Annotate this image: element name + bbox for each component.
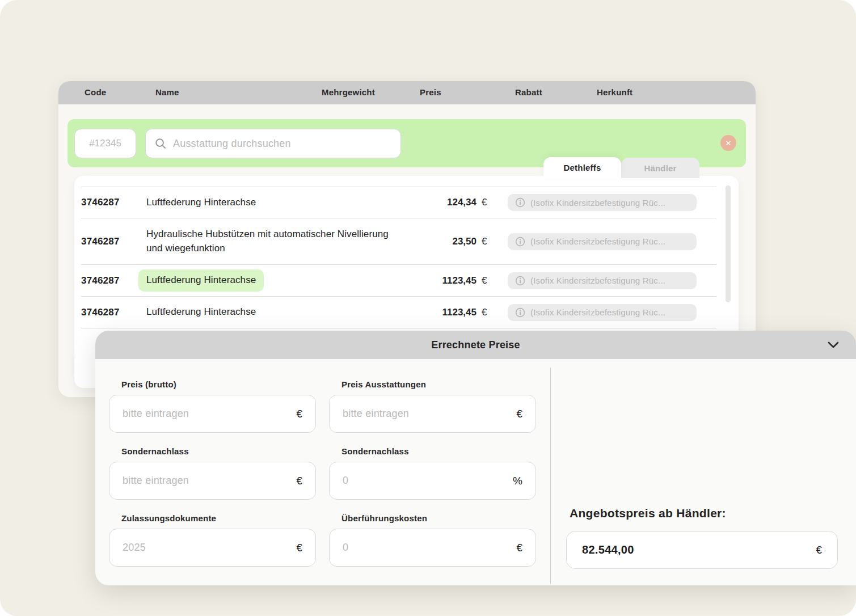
search-icon — [155, 138, 166, 149]
row-name: Luftfederung Hinterachse — [146, 196, 396, 210]
field-label: Zulassungsdokumente — [121, 513, 316, 523]
code-filter-placeholder: #12345 — [89, 138, 121, 149]
close-icon: ✕ — [726, 139, 732, 147]
code-filter-input[interactable]: #12345 — [74, 129, 136, 158]
row-origin-text: (Isofix Kindersitzbefestigung Rüc... — [530, 276, 665, 285]
percent-unit: % — [513, 475, 522, 487]
row-price: 23,50 — [396, 236, 477, 247]
row-currency: € — [477, 275, 495, 286]
equipment-rows: 3746287 Luftfederung Hinterachse 124,34 … — [81, 187, 716, 328]
sondernachlass-eur-input[interactable]: bitte eintragen € — [109, 462, 316, 500]
ueberfuehrungskosten-input[interactable]: 0 € — [329, 529, 536, 567]
preis-brutto-input[interactable]: bitte eintragen € — [109, 395, 316, 433]
row-code: 3746287 — [81, 236, 146, 247]
column-header-code: Code — [85, 87, 106, 97]
clear-filter-button[interactable]: ✕ — [720, 135, 736, 151]
info-icon — [515, 237, 525, 247]
zulassungsdokumente-input[interactable]: 2025 € — [109, 529, 316, 567]
sondernachlass-pct-input[interactable]: 0 % — [329, 462, 536, 500]
row-price: 1123,45 — [396, 275, 477, 286]
row-currency: € — [477, 197, 495, 208]
preis-ausstattungen-input[interactable]: bitte eintragen € — [329, 395, 536, 433]
row-code: 3746287 — [81, 197, 146, 208]
euro-unit: € — [516, 542, 522, 554]
field-label: Preis Ausstattungen — [341, 379, 536, 389]
info-icon — [515, 197, 525, 208]
field-label: Preis (brutto) — [121, 379, 316, 389]
row-code: 3746287 — [81, 275, 146, 286]
field-group-sondernachlass-eur: Sondernachlass bitte eintragen € — [109, 446, 316, 500]
row-origin-text: (Isofix Kindersitzbefestigung Rüc... — [530, 198, 665, 208]
row-price: 124,34 — [396, 197, 477, 208]
info-icon — [515, 276, 525, 286]
search-input[interactable]: Ausstattung durchsuchen — [145, 129, 401, 158]
row-price: 1123,45 — [396, 307, 477, 318]
column-header-name: Name — [155, 87, 179, 97]
field-group-sondernachlass-pct: Sondernachlass 0 % — [329, 446, 536, 500]
row-currency: € — [477, 307, 495, 318]
row-origin-pill[interactable]: (Isofix Kindersitzbefestigung Rüc... — [508, 233, 697, 250]
field-label: Überführungskosten — [341, 513, 536, 523]
table-header-row: Code Name Mehrgewicht Preis Rabatt Herku… — [58, 81, 756, 104]
table-row-highlighted[interactable]: 3746287 Luftfederung Hinterachse 1123,45… — [81, 265, 716, 297]
euro-unit: € — [816, 544, 822, 556]
field-label: Sondernachlass — [121, 446, 316, 456]
input-placeholder: bitte eintragen — [343, 408, 409, 420]
row-name: Hydraulische Hubstützen mit automatische… — [146, 227, 396, 255]
row-origin-pill[interactable]: (Isofix Kindersitzbefestigung Rüc... — [508, 194, 697, 211]
info-icon — [515, 307, 525, 318]
row-name: Luftfederung Hinterachse — [146, 305, 396, 319]
column-header-rabatt: Rabatt — [515, 87, 542, 97]
chevron-down-icon — [828, 341, 839, 348]
panel-header[interactable]: Errechnete Preise — [95, 331, 856, 359]
panel-divider — [550, 368, 551, 584]
euro-unit: € — [296, 408, 302, 420]
field-group-preis-ausstattungen: Preis Ausstattungen bitte eintragen € — [329, 379, 536, 433]
highlighted-name: Luftfederung Hinterachse — [138, 269, 264, 292]
offer-price-value: 82.544,00 — [582, 543, 634, 556]
tab-dethleffs[interactable]: Dethleffs — [543, 157, 621, 178]
input-placeholder: 2025 — [123, 542, 146, 554]
table-row[interactable]: 3746287 Luftfederung Hinterachse 1123,45… — [81, 297, 716, 328]
field-group-preis-brutto: Preis (brutto) bitte eintragen € — [109, 379, 316, 433]
euro-unit: € — [296, 475, 302, 487]
panel-title: Errechnete Preise — [431, 339, 520, 351]
app-canvas: Code Name Mehrgewicht Preis Rabatt Herku… — [0, 0, 856, 616]
list-scrollbar[interactable] — [726, 185, 731, 302]
offer-price-label: Angebotspreis ab Händler: — [570, 507, 726, 520]
tab-dethleffs-label: Dethleffs — [564, 163, 601, 172]
column-header-herkunft: Herkunft — [597, 87, 632, 97]
field-group-zulassungsdokumente: Zulassungsdokumente 2025 € — [109, 513, 316, 567]
row-origin-text: (Isofix Kindersitzbefestigung Rüc... — [530, 307, 665, 317]
tab-haendler[interactable]: Händler — [621, 158, 699, 178]
row-origin-pill[interactable]: (Isofix Kindersitzbefestigung Rüc... — [508, 272, 697, 289]
input-placeholder: 0 — [343, 542, 348, 554]
search-placeholder: Ausstattung durchsuchen — [173, 138, 291, 150]
row-currency: € — [477, 236, 495, 247]
table-row[interactable]: 3746287 Luftfederung Hinterachse 124,34 … — [81, 187, 716, 218]
collapse-panel-button[interactable] — [827, 339, 840, 351]
row-origin-pill[interactable]: (Isofix Kindersitzbefestigung Rüc... — [508, 304, 697, 321]
offer-price-field[interactable]: 82.544,00 € — [566, 531, 838, 569]
euro-unit: € — [296, 542, 302, 554]
field-label: Sondernachlass — [341, 446, 536, 456]
euro-unit: € — [516, 408, 522, 420]
calculated-prices-panel: Errechnete Preise Preis (brutto) bitte e… — [95, 331, 856, 585]
column-header-mehrgewicht: Mehrgewicht — [322, 87, 375, 97]
tab-haendler-label: Händler — [644, 163, 676, 173]
row-origin-text: (Isofix Kindersitzbefestigung Rüc... — [530, 237, 665, 246]
column-header-preis: Preis — [420, 87, 441, 97]
row-code: 3746287 — [81, 307, 146, 318]
table-row[interactable]: 3746287 Hydraulische Hubstützen mit auto… — [81, 218, 716, 265]
row-name: Luftfederung Hinterachse — [146, 269, 396, 292]
input-placeholder: bitte eintragen — [123, 408, 189, 420]
input-placeholder: 0 — [343, 475, 348, 487]
field-group-ueberfuehrungskosten: Überführungskosten 0 € — [329, 513, 536, 567]
input-placeholder: bitte eintragen — [123, 475, 189, 487]
